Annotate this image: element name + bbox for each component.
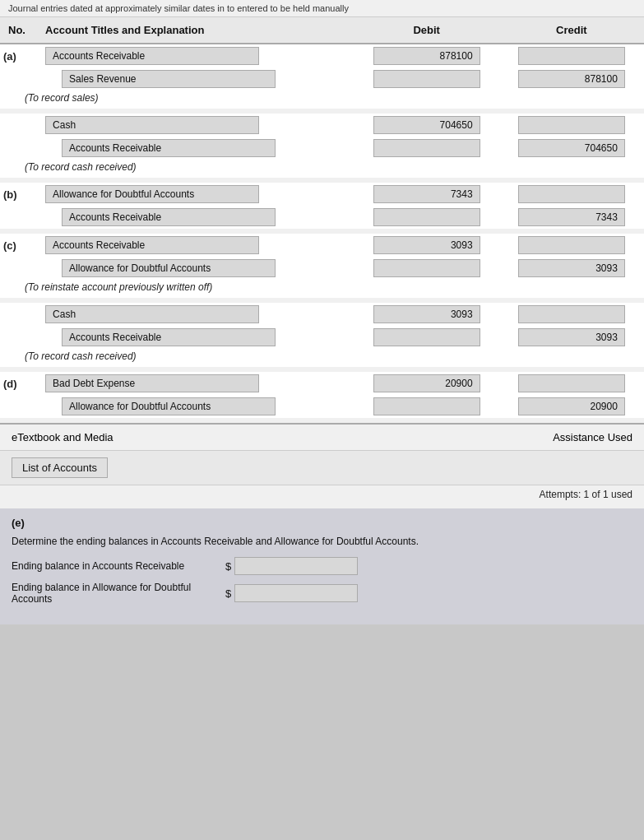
entry-label-cell xyxy=(0,67,37,90)
table-header: No. Account Titles and Explanation Debit… xyxy=(0,17,644,44)
entry-label-cell: (b) xyxy=(0,183,37,206)
account-cell: Sales Revenue xyxy=(37,67,354,90)
table-row: Cash704650 xyxy=(0,114,644,137)
credit-amount-box: 20900 xyxy=(518,397,625,415)
entry-label-cell xyxy=(0,114,37,137)
credit-amount-box xyxy=(518,116,625,134)
credit-amount-box xyxy=(518,236,625,254)
entry-label-cell xyxy=(0,206,37,229)
credit-amount-box: 878100 xyxy=(518,70,625,88)
part-e-field-row-2: Ending balance in Allowance for Doubtful… xyxy=(12,582,632,605)
debit-cell xyxy=(354,137,499,160)
account-cell: Cash xyxy=(37,303,354,326)
account-cell: Accounts Receivable xyxy=(37,326,354,349)
list-accounts-row[interactable]: List of Accounts xyxy=(0,451,644,485)
account-box: Accounts Receivable xyxy=(45,236,259,254)
list-accounts-button[interactable]: List of Accounts xyxy=(12,457,108,478)
debit-cell xyxy=(354,67,499,90)
note-cell: (To record sales) xyxy=(0,90,644,109)
credit-amount-box: 3093 xyxy=(518,259,625,277)
col-no-header: No. xyxy=(0,17,37,44)
attempts-row: Attempts: 1 of 1 used xyxy=(0,485,644,504)
account-box: Cash xyxy=(45,116,259,134)
credit-amount-box: 704650 xyxy=(518,139,625,157)
table-row: (b)Allowance for Doubtful Accounts7343 xyxy=(0,183,644,206)
debit-amount-box: 20900 xyxy=(373,374,480,392)
account-box: Accounts Receivable xyxy=(62,139,276,157)
debit-amount-box: 878100 xyxy=(373,47,480,65)
credit-cell xyxy=(499,114,644,137)
account-cell: Accounts Receivable xyxy=(37,137,354,160)
table-row: Cash3093 xyxy=(0,303,644,326)
attempts-label: Attempts: 1 of 1 used xyxy=(540,489,632,500)
credit-cell xyxy=(499,372,644,395)
account-cell: Accounts Receivable xyxy=(37,206,354,229)
debit-cell xyxy=(354,395,499,418)
etextbook-label: eTextbook and Media xyxy=(12,431,114,443)
credit-cell: 3093 xyxy=(499,257,644,280)
account-cell: Bad Debt Expense xyxy=(37,372,354,395)
credit-amount-box: 7343 xyxy=(518,208,625,226)
credit-amount-box xyxy=(518,305,625,323)
account-box: Bad Debt Expense xyxy=(45,374,259,392)
account-cell: Allowance for Doubtful Accounts xyxy=(37,183,354,206)
note-row: (To record cash received) xyxy=(0,160,644,178)
debit-cell xyxy=(354,257,499,280)
debit-amount-box: 704650 xyxy=(373,116,480,134)
part-e-description: Determine the ending balances in Account… xyxy=(12,536,632,547)
assistance-label: Assistance Used xyxy=(553,431,632,443)
debit-amount-box xyxy=(373,328,480,346)
credit-cell: 7343 xyxy=(499,206,644,229)
table-row: (d)Bad Debt Expense20900 xyxy=(0,372,644,395)
table-row: Allowance for Doubtful Accounts 20900 xyxy=(0,395,644,418)
entry-label-cell: (a) xyxy=(0,44,37,67)
part-e-field-label-1: Ending balance in Accounts Receivable xyxy=(12,560,225,572)
note-cell: (To record cash received) xyxy=(0,349,644,367)
entry-label-cell: (c) xyxy=(0,234,37,257)
table-row: (a)Accounts Receivable878100 xyxy=(0,44,644,67)
part-e-field-row-1: Ending balance in Accounts Receivable $ xyxy=(12,557,632,575)
top-note: Journal entries dated at approximately s… xyxy=(0,0,644,17)
table-row: Accounts Receivable 3093 xyxy=(0,326,644,349)
debit-cell xyxy=(354,206,499,229)
entry-label-cell xyxy=(0,326,37,349)
entry-label-cell xyxy=(0,303,37,326)
table-row: Allowance for Doubtful Accounts 3093 xyxy=(0,257,644,280)
note-cell: (To reinstate account previously written… xyxy=(0,280,644,298)
account-box: Allowance for Doubtful Accounts xyxy=(45,185,259,203)
debit-cell: 3093 xyxy=(354,303,499,326)
debit-amount-box xyxy=(373,139,480,157)
table-row: Accounts Receivable 704650 xyxy=(0,137,644,160)
col-credit-header: Credit xyxy=(499,17,644,44)
debit-cell: 3093 xyxy=(354,234,499,257)
credit-cell: 3093 xyxy=(499,326,644,349)
note-row: (To reinstate account previously written… xyxy=(0,280,644,298)
account-cell: Accounts Receivable xyxy=(37,234,354,257)
ending-balance-ar-input[interactable] xyxy=(234,557,358,575)
note-cell: (To record cash received) xyxy=(0,160,644,178)
debit-cell: 878100 xyxy=(354,44,499,67)
table-row: Sales Revenue 878100 xyxy=(0,67,644,90)
journal-table: No. Account Titles and Explanation Debit… xyxy=(0,17,644,423)
credit-cell xyxy=(499,44,644,67)
bottom-section: eTextbook and Media Assistance Used List… xyxy=(0,423,644,504)
debit-cell: 7343 xyxy=(354,183,499,206)
credit-amount-box xyxy=(518,374,625,392)
ending-balance-allowance-input[interactable] xyxy=(234,584,358,602)
note-row: (To record cash received) xyxy=(0,349,644,367)
debit-amount-box xyxy=(373,70,480,88)
account-box: Allowance for Doubtful Accounts xyxy=(62,259,276,277)
entry-label-cell xyxy=(0,137,37,160)
credit-cell xyxy=(499,183,644,206)
table-row: (c)Accounts Receivable3093 xyxy=(0,234,644,257)
etextbook-row: eTextbook and Media Assistance Used xyxy=(0,425,644,451)
credit-cell xyxy=(499,234,644,257)
account-cell: Allowance for Doubtful Accounts xyxy=(37,257,354,280)
col-debit-header: Debit xyxy=(354,17,499,44)
account-box: Accounts Receivable xyxy=(45,47,259,65)
credit-amount-box: 3093 xyxy=(518,328,625,346)
credit-cell xyxy=(499,303,644,326)
part-e-label: (e) xyxy=(12,517,632,529)
account-box: Accounts Receivable xyxy=(62,208,276,226)
credit-amount-box xyxy=(518,185,625,203)
